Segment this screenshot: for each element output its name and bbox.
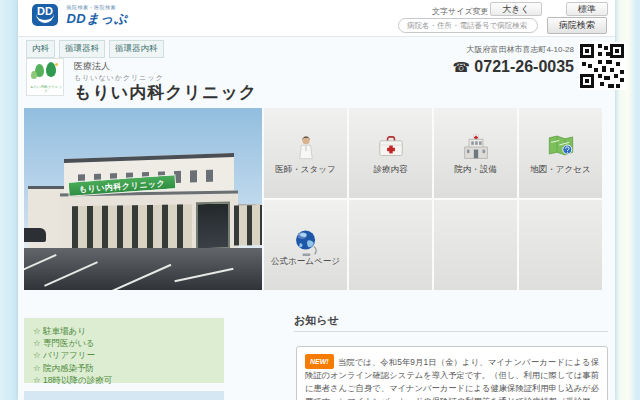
department-tabs: 内科 循環器科 循環器内科	[26, 40, 164, 58]
clinic-address: 大阪府富田林市喜志町4-10-28	[298, 44, 574, 55]
font-size-large-button[interactable]: 大きく	[490, 2, 542, 16]
menu-empty-cell	[434, 200, 517, 290]
clinic-logo-caption: もりい内科クリニック	[29, 85, 63, 93]
menu-item-services[interactable]: 診療内容	[349, 108, 432, 198]
clinic-menu: 医師・スタッフ 診療内容	[264, 108, 602, 290]
menu-item-staff[interactable]: 医師・スタッフ	[264, 108, 347, 198]
page: DD 病院検索・医院検索 DDまっぷ 文字サイズ変更 大きく 標準 病院検索 内…	[0, 0, 640, 400]
site-logo[interactable]: DD 病院検索・医院検索 DDまっぷ	[32, 4, 128, 28]
phone-icon: ☎	[452, 59, 469, 75]
font-size-label: 文字サイズ変更	[432, 6, 489, 17]
news-body: NEW!当院では、令和5年9月1日（金）より、マイナンバーカードによる保険証のオ…	[305, 354, 599, 400]
clinic-building-photo: もりい内科クリニック	[24, 108, 262, 290]
dd-logo-icon: DD	[32, 4, 58, 26]
news-heading: お知らせ	[294, 313, 339, 328]
corporation-label: 医療法人	[74, 60, 110, 73]
menu-item-access[interactable]: 地図・アクセス	[519, 108, 602, 198]
site-header: DD 病院検索・医院検索 DDまっぷ 文字サイズ変更 大きく 標準 病院検索	[18, 0, 615, 37]
new-badge: NEW!	[305, 354, 334, 369]
doctor-icon	[296, 134, 316, 164]
feature-item: ☆ 専門医がいる	[33, 337, 215, 349]
font-size-normal-button[interactable]: 標準	[566, 2, 608, 16]
clinic-name: もりい内科クリニック	[74, 81, 257, 104]
building-entrance	[196, 202, 230, 251]
feature-item: ☆ 18時以降の診療可	[33, 374, 215, 386]
qr-code	[578, 42, 626, 90]
sun-dot-icon	[55, 63, 58, 66]
news-item: NEW!当院では、令和5年9月1日（金）より、マイナンバーカードによる保険証のオ…	[296, 346, 608, 400]
building-lower-floor	[60, 190, 238, 251]
menu-item-facilities[interactable]: 院内・設備	[434, 108, 517, 198]
news-divider	[294, 331, 608, 332]
feature-list: ☆ 駐車場あり ☆ 専門医がいる ☆ バリアフリー ☆ 院内感染予防 ☆ 18時…	[24, 318, 224, 383]
clinic-phone: ☎ 0721-26-0035	[298, 58, 574, 76]
tab-naika[interactable]: 内科	[26, 40, 55, 58]
tab-junkanki-naika[interactable]: 循環器内科	[109, 40, 164, 58]
clinic-logo: もりい内科クリニック	[26, 58, 64, 96]
tab-junkankika[interactable]: 循環器科	[59, 40, 105, 58]
feature-item: ☆ 院内感染予防	[33, 362, 215, 374]
main-container: DD 病院検索・医院検索 DDまっぷ 文字サイズ変更 大きく 標準 病院検索 内…	[18, 0, 615, 400]
map-icon	[547, 134, 574, 161]
hospital-icon	[463, 134, 489, 164]
hospital-search-button[interactable]: 病院検索	[547, 17, 607, 34]
logo-name: DDまっぷ	[66, 10, 127, 28]
feature-item: ☆ 駐車場あり	[33, 325, 215, 337]
menu-empty-cell	[519, 200, 602, 290]
parked-car	[24, 228, 46, 242]
hospital-search-input[interactable]	[398, 18, 538, 33]
first-aid-kit-icon	[378, 134, 404, 162]
treatment-list: ○ かぜ ○ 予防接種	[24, 391, 224, 400]
feature-item: ☆ バリアフリー	[33, 349, 215, 361]
menu-item-official-site[interactable]: 公式ホームページ	[264, 200, 347, 290]
menu-empty-cell	[349, 200, 432, 290]
tree-icon	[31, 71, 37, 79]
